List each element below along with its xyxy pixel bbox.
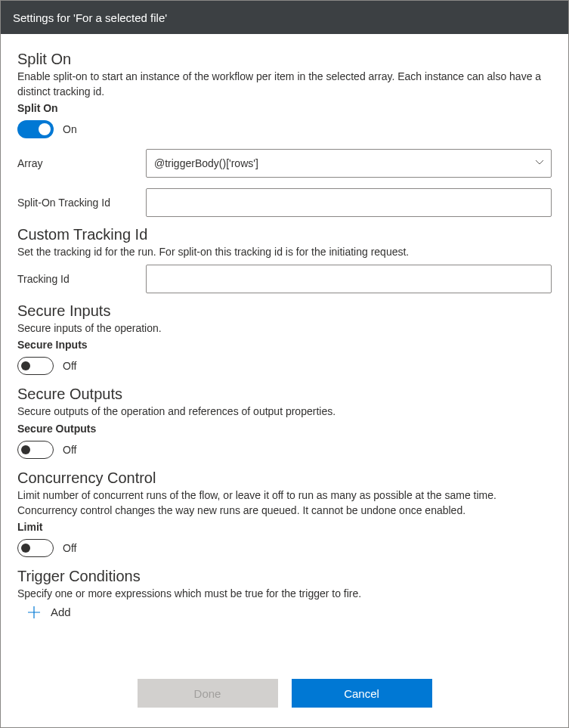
dialog-footer: Done Cancel xyxy=(1,662,568,727)
concurrency-toggle-state: Off xyxy=(63,542,76,554)
secure-outputs-section: Secure Outputs Secure outputs of the ope… xyxy=(17,386,552,459)
array-value: @triggerBody()['rows'] xyxy=(154,157,258,169)
split-on-toggle[interactable] xyxy=(17,120,54,138)
settings-dialog: Settings for 'For a selected file' Split… xyxy=(0,0,569,728)
secure-outputs-heading: Secure Outputs xyxy=(17,386,552,403)
add-condition-label: Add xyxy=(51,606,71,618)
done-button[interactable]: Done xyxy=(138,679,278,708)
concurrency-desc: Limit number of concurrent runs of the f… xyxy=(17,488,552,518)
secure-inputs-toggle-label: Secure Inputs xyxy=(17,339,552,351)
dialog-content: Split On Enable split-on to start an ins… xyxy=(1,34,568,662)
toggle-knob xyxy=(21,544,30,553)
secure-inputs-toggle-state: Off xyxy=(63,360,76,372)
add-condition-button[interactable]: Add xyxy=(17,605,552,620)
split-on-toggle-label: Split On xyxy=(17,102,552,114)
plus-icon xyxy=(26,605,42,620)
concurrency-heading: Concurrency Control xyxy=(17,469,552,487)
secure-outputs-toggle-label: Secure Outputs xyxy=(17,423,552,435)
secure-inputs-toggle[interactable] xyxy=(17,357,54,375)
custom-tracking-desc: Set the tracking id for the run. For spl… xyxy=(17,245,552,260)
concurrency-toggle[interactable] xyxy=(17,539,54,557)
cancel-button[interactable]: Cancel xyxy=(292,679,432,708)
custom-tracking-heading: Custom Tracking Id xyxy=(17,226,552,243)
split-on-desc: Enable split-on to start an instance of … xyxy=(17,70,552,99)
chevron-down-icon xyxy=(534,157,545,170)
split-on-toggle-state: On xyxy=(63,123,77,135)
array-select[interactable]: @triggerBody()['rows'] xyxy=(146,149,552,178)
secure-outputs-toggle-state: Off xyxy=(63,444,76,456)
toggle-knob xyxy=(39,123,51,135)
spliton-tracking-input[interactable] xyxy=(146,188,552,217)
trigger-conditions-section: Trigger Conditions Specify one or more e… xyxy=(17,568,552,620)
split-on-section: Split On Enable split-on to start an ins… xyxy=(17,51,552,217)
tracking-id-label: Tracking Id xyxy=(17,273,138,285)
array-label: Array xyxy=(17,157,138,169)
trigger-conditions-desc: Specify one or more expressions which mu… xyxy=(17,587,552,602)
toggle-knob xyxy=(21,445,30,454)
tracking-id-input[interactable] xyxy=(146,265,552,293)
custom-tracking-section: Custom Tracking Id Set the tracking id f… xyxy=(17,226,552,293)
trigger-conditions-heading: Trigger Conditions xyxy=(17,568,552,585)
secure-inputs-section: Secure Inputs Secure inputs of the opera… xyxy=(17,302,552,376)
concurrency-section: Concurrency Control Limit number of conc… xyxy=(17,469,552,557)
toggle-knob xyxy=(21,361,30,370)
split-on-heading: Split On xyxy=(17,51,552,68)
dialog-title: Settings for 'For a selected file' xyxy=(13,11,167,24)
secure-inputs-desc: Secure inputs of the operation. xyxy=(17,321,552,336)
secure-outputs-toggle[interactable] xyxy=(17,441,54,459)
secure-outputs-desc: Secure outputs of the operation and refe… xyxy=(17,404,552,420)
concurrency-toggle-label: Limit xyxy=(17,521,552,533)
dialog-titlebar: Settings for 'For a selected file' xyxy=(1,1,568,34)
secure-inputs-heading: Secure Inputs xyxy=(17,302,552,320)
spliton-tracking-label: Split-On Tracking Id xyxy=(17,197,138,209)
